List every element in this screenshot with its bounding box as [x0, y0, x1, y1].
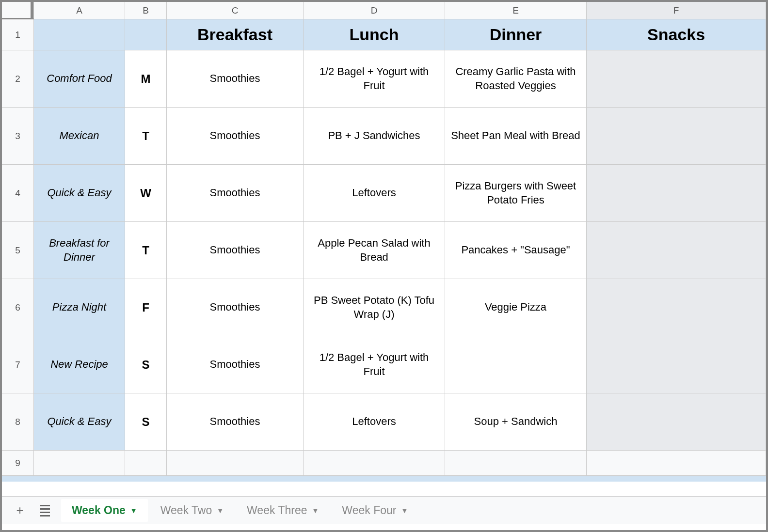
- cell-category[interactable]: Quick & Easy: [34, 393, 125, 450]
- row-header-8[interactable]: 8: [2, 393, 34, 450]
- row-header-3[interactable]: 3: [2, 108, 34, 164]
- column-headers-row: A B C D E F: [2, 2, 766, 19]
- all-sheets-button[interactable]: [36, 501, 54, 520]
- column-header-f[interactable]: F: [587, 2, 766, 19]
- row-header-2[interactable]: 2: [2, 50, 34, 107]
- cell-snacks[interactable]: [587, 336, 766, 393]
- row-header-4[interactable]: 4: [2, 165, 34, 221]
- row-header-9[interactable]: 9: [2, 451, 34, 475]
- tab-label: Week Two: [160, 504, 212, 517]
- sheet-tab-week-two[interactable]: Week Two ▼: [150, 499, 234, 522]
- tab-label: Week One: [72, 504, 126, 517]
- cell-day[interactable]: T: [125, 222, 167, 279]
- cell-dinner[interactable]: Veggie Pizza: [445, 279, 587, 336]
- cell-d1-lunch-header[interactable]: Lunch: [304, 19, 445, 50]
- cell-dinner[interactable]: [445, 336, 587, 393]
- cell-lunch[interactable]: Apple Pecan Salad with Bread: [304, 222, 445, 279]
- cell-lunch[interactable]: Leftovers: [304, 393, 445, 450]
- cell-breakfast[interactable]: Smoothies: [167, 165, 304, 221]
- tab-label: Week Three: [247, 504, 307, 517]
- cell-category[interactable]: Mexican: [34, 108, 125, 164]
- plus-icon: +: [16, 503, 23, 518]
- cell-category[interactable]: Pizza Night: [34, 279, 125, 336]
- tab-label: Week Four: [342, 504, 396, 517]
- chevron-down-icon: ▼: [130, 507, 137, 515]
- column-header-d[interactable]: D: [304, 2, 445, 19]
- horizontal-scroll-indicator[interactable]: [2, 476, 766, 482]
- cell-category[interactable]: Comfort Food: [34, 50, 125, 107]
- cell-empty[interactable]: [587, 451, 766, 475]
- row-header-1[interactable]: 1: [2, 19, 34, 50]
- column-header-a[interactable]: A: [34, 2, 125, 19]
- cell-empty[interactable]: [167, 451, 304, 475]
- cell-dinner[interactable]: Creamy Garlic Pasta with Roasted Veggies: [445, 50, 587, 107]
- cell-empty[interactable]: [34, 451, 125, 475]
- add-sheet-button[interactable]: +: [11, 501, 29, 520]
- table-row: 5 Breakfast for Dinner T Smoothies Apple…: [2, 222, 766, 279]
- table-row: 1 Breakfast Lunch Dinner Snacks: [2, 19, 766, 50]
- cell-empty[interactable]: [304, 451, 445, 475]
- table-row: 4 Quick & Easy W Smoothies Leftovers Piz…: [2, 165, 766, 222]
- cell-empty[interactable]: [125, 451, 167, 475]
- menu-icon: [40, 505, 50, 516]
- cell-snacks[interactable]: [587, 279, 766, 336]
- sheet-tab-week-three[interactable]: Week Three ▼: [236, 499, 329, 522]
- cell-f1-snacks-header[interactable]: Snacks: [587, 19, 766, 50]
- cell-e1-dinner-header[interactable]: Dinner: [445, 19, 587, 50]
- cell-breakfast[interactable]: Smoothies: [167, 50, 304, 107]
- spreadsheet-grid: A B C D E F 1 Breakfast Lunch Dinner Sna…: [2, 2, 766, 496]
- cell-breakfast[interactable]: Smoothies: [167, 108, 304, 164]
- sheet-tab-week-four[interactable]: Week Four ▼: [331, 499, 418, 522]
- cell-breakfast[interactable]: Smoothies: [167, 393, 304, 450]
- cell-lunch[interactable]: PB + J Sandwiches: [304, 108, 445, 164]
- sheet-tab-week-one[interactable]: Week One ▼: [61, 499, 148, 522]
- chevron-down-icon: ▼: [401, 507, 408, 515]
- row-header-7[interactable]: 7: [2, 336, 34, 393]
- table-row: 6 Pizza Night F Smoothies PB Sweet Potat…: [2, 279, 766, 336]
- sheet-tab-bar: + Week One ▼ Week Two ▼ Week Three ▼ Wee…: [2, 496, 766, 524]
- cell-breakfast[interactable]: Smoothies: [167, 222, 304, 279]
- cell-a1[interactable]: [34, 19, 125, 50]
- cell-snacks[interactable]: [587, 108, 766, 164]
- cell-day[interactable]: M: [125, 50, 167, 107]
- table-row: 3 Mexican T Smoothies PB + J Sandwiches …: [2, 108, 766, 165]
- column-header-e[interactable]: E: [445, 2, 587, 19]
- row-header-5[interactable]: 5: [2, 222, 34, 279]
- cell-snacks[interactable]: [587, 165, 766, 221]
- select-all-corner[interactable]: [2, 2, 34, 19]
- cell-day[interactable]: F: [125, 279, 167, 336]
- cell-dinner[interactable]: Sheet Pan Meal with Bread: [445, 108, 587, 164]
- cell-category[interactable]: Quick & Easy: [34, 165, 125, 221]
- cell-b1[interactable]: [125, 19, 167, 50]
- cell-lunch[interactable]: 1/2 Bagel + Yogurt with Fruit: [304, 336, 445, 393]
- cell-day[interactable]: T: [125, 108, 167, 164]
- cell-lunch[interactable]: PB Sweet Potato (K) Tofu Wrap (J): [304, 279, 445, 336]
- table-row: 9: [2, 451, 766, 476]
- cell-day[interactable]: W: [125, 165, 167, 221]
- cell-c1-breakfast-header[interactable]: Breakfast: [167, 19, 304, 50]
- cell-breakfast[interactable]: Smoothies: [167, 279, 304, 336]
- cell-day[interactable]: S: [125, 336, 167, 393]
- cell-lunch[interactable]: Leftovers: [304, 165, 445, 221]
- rows-container: 1 Breakfast Lunch Dinner Snacks 2 Comfor…: [2, 19, 766, 496]
- column-header-c[interactable]: C: [167, 2, 304, 19]
- row-header-6[interactable]: 6: [2, 279, 34, 336]
- cell-snacks[interactable]: [587, 222, 766, 279]
- cell-dinner[interactable]: Pizza Burgers with Sweet Potato Fries: [445, 165, 587, 221]
- table-row: 8 Quick & Easy S Smoothies Leftovers Sou…: [2, 393, 766, 451]
- column-header-b[interactable]: B: [125, 2, 167, 19]
- table-row: 7 New Recipe S Smoothies 1/2 Bagel + Yog…: [2, 336, 766, 393]
- cell-snacks[interactable]: [587, 393, 766, 450]
- cell-day[interactable]: S: [125, 393, 167, 450]
- cell-dinner[interactable]: Soup + Sandwich: [445, 393, 587, 450]
- cell-lunch[interactable]: 1/2 Bagel + Yogurt with Fruit: [304, 50, 445, 107]
- cell-category[interactable]: New Recipe: [34, 336, 125, 393]
- cell-category[interactable]: Breakfast for Dinner: [34, 222, 125, 279]
- cell-snacks[interactable]: [587, 50, 766, 107]
- cell-dinner[interactable]: Pancakes + "Sausage": [445, 222, 587, 279]
- cell-empty[interactable]: [445, 451, 587, 475]
- chevron-down-icon: ▼: [217, 507, 224, 515]
- cell-breakfast[interactable]: Smoothies: [167, 336, 304, 393]
- table-row: 2 Comfort Food M Smoothies 1/2 Bagel + Y…: [2, 50, 766, 108]
- chevron-down-icon: ▼: [312, 507, 319, 515]
